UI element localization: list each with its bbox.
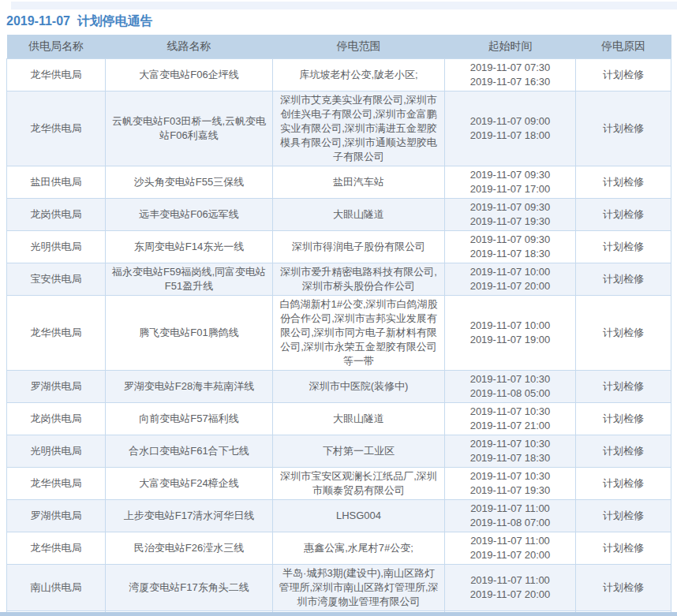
cell-time: 2019-11-07 07:30 2019-11-07 16:30 [445, 59, 576, 91]
cell-scope: 大眼山隧道 [273, 403, 445, 435]
cell-scope: 深圳市爱升精密电路科技有限公司,深圳市桥头股份合作公司 [273, 263, 445, 296]
cell-line: 民治变电站F26滢水三线 [106, 532, 273, 565]
start-time: 2019-11-07 11:00 [450, 502, 570, 516]
start-time: 2019-11-07 11:00 [450, 534, 570, 548]
bottom-divider [0, 612, 677, 616]
end-time: 2019-11-07 17:00 [450, 182, 570, 196]
cell-reason: 计划检修 [576, 371, 671, 403]
cell-scope: 惠鑫公寓,水尾村7#公变; [273, 532, 445, 565]
cell-bureau: 龙华供电局 [7, 59, 106, 91]
end-time: 2019-11-07 18:00 [450, 129, 570, 143]
table-row: 龙岗供电局 向前变电站F57福利线 大眼山隧道 2019-11-07 10:30… [7, 403, 671, 435]
table-row: 宝安供电局 福永变电站F59福岗线,同富变电站F51盈升线 深圳市爱升精密电路科… [7, 263, 671, 296]
column-header-line: 线路名称 [106, 35, 273, 59]
cell-time: 2019-11-07 09:00 2019-11-07 18:00 [445, 91, 576, 166]
end-time: 2019-11-07 16:30 [450, 75, 570, 89]
table-row: 龙华供电局 云帆变电站F03田桥一线,云帆变电站F06利嘉线 深圳市艾克美实业有… [7, 91, 671, 166]
cell-line: 腾飞变电站F01腾鸽线 [106, 296, 273, 371]
cell-reason: 计划检修 [576, 59, 671, 91]
cell-scope: 白鸽湖新村1#公变,深圳市白鸽湖股份合作公司,深圳市吉邦实业发展有限公司,深圳市… [273, 296, 445, 371]
cell-bureau: 龙华供电局 [7, 296, 106, 371]
cell-time: 2019-11-07 09:30 2019-11-07 18:30 [445, 231, 576, 263]
cell-bureau: 光明供电局 [7, 435, 106, 468]
outage-table: 供电局名称 线路名称 停电范围 起始时间 停电原因 龙华供电局 大富变电站F06… [6, 35, 671, 616]
cell-time: 2019-11-07 11:00 2019-11-08 07:00 [445, 500, 576, 532]
end-time: 2019-11-07 18:30 [450, 247, 570, 261]
table-body: 龙华供电局 大富变电站F06企坪线 库坑坡老村公变,陂老小区; 2019-11-… [7, 59, 671, 616]
start-time: 2019-11-07 10:30 [450, 405, 570, 419]
cell-reason: 计划检修 [576, 263, 671, 296]
end-time: 2019-11-08 05:00 [450, 386, 570, 401]
header-row: 供电局名称 线路名称 停电范围 起始时间 停电原因 [7, 35, 671, 59]
cell-bureau: 龙华供电局 [7, 468, 106, 500]
end-time: 2019-11-07 19:30 [450, 483, 570, 498]
cell-bureau: 龙岗供电局 [7, 403, 106, 435]
start-time: 2019-11-07 10:30 [450, 437, 570, 451]
cell-bureau: 龙华供电局 [7, 532, 106, 565]
cell-time: 2019-11-07 10:30 2019-11-08 05:00 [445, 371, 576, 403]
cell-line: 大富变电站F24樟企线 [106, 468, 273, 500]
cell-reason: 计划检修 [576, 435, 671, 468]
cell-time: 2019-11-07 10:30 2019-11-07 18:30 [445, 435, 576, 468]
cell-scope: 半岛·城邦3期(建设中),南山区路灯管理所,深圳市南山区路灯管理所,深圳市湾厦物… [273, 565, 445, 611]
cell-time: 2019-11-07 10:30 2019-11-07 19:30 [445, 468, 576, 500]
table-row: 龙华供电局 大富变电站F24樟企线 深圳市宝安区观澜长江纸品厂,深圳市顺泰贸易有… [7, 468, 671, 500]
cell-line: 罗湖变电站F28海丰苑南洋线 [106, 371, 273, 403]
cell-scope: 深圳市艾克美实业有限公司,深圳市创佳兴电子有限公司,深圳市金富鹏实业有限公司,深… [273, 91, 445, 166]
table-row: 龙华供电局 腾飞变电站F01腾鸽线 白鸽湖新村1#公变,深圳市白鸽湖股份合作公司… [7, 296, 671, 371]
column-header-reason: 停电原因 [576, 35, 671, 59]
column-header-scope: 停电范围 [273, 35, 445, 59]
cell-bureau: 龙华供电局 [7, 91, 106, 166]
cell-bureau: 龙岗供电局 [7, 199, 106, 231]
end-time: 2019-11-07 19:30 [450, 215, 570, 229]
start-time: 2019-11-07 09:30 [450, 233, 570, 247]
cell-reason: 计划检修 [576, 231, 671, 263]
cell-reason: 计划检修 [576, 296, 671, 371]
start-time: 2019-11-07 09:00 [450, 114, 570, 129]
end-time: 2019-11-07 18:30 [450, 451, 570, 465]
table-row: 龙岗供电局 远丰变电站F06远军线 大眼山隧道 2019-11-07 09:30… [7, 199, 671, 231]
cell-scope: 下村第一工业区 [273, 435, 445, 468]
cell-line: 远丰变电站F06远军线 [106, 199, 273, 231]
cell-time: 2019-11-07 10:30 2019-11-07 21:00 [445, 403, 576, 435]
cell-reason: 计划检修 [576, 500, 671, 532]
column-header-bureau: 供电局名称 [7, 35, 106, 59]
cell-reason: 计划检修 [576, 166, 671, 199]
start-time: 2019-11-07 10:30 [450, 469, 570, 483]
cell-time: 2019-11-07 11:00 2019-11-07 20:00 [445, 532, 576, 565]
cell-time: 2019-11-07 10:00 2019-11-07 19:00 [445, 296, 576, 371]
start-time: 2019-11-07 11:00 [450, 573, 570, 588]
end-time: 2019-11-07 19:00 [450, 333, 570, 347]
end-time: 2019-11-08 07:00 [450, 516, 570, 530]
table-row: 龙华供电局 民治变电站F26滢水三线 惠鑫公寓,水尾村7#公变; 2019-11… [7, 532, 671, 565]
cell-scope: LHSG004 [273, 500, 445, 532]
cell-scope: 深圳市得润电子股份有限公司 [273, 231, 445, 263]
cell-line: 福永变电站F59福岗线,同富变电站F51盈升线 [106, 263, 273, 296]
cell-time: 2019-11-07 09:30 2019-11-07 19:30 [445, 199, 576, 231]
cell-reason: 计划检修 [576, 468, 671, 500]
table-row: 罗湖供电局 罗湖变电站F28海丰苑南洋线 深圳市中医院(装修中) 2019-11… [7, 371, 671, 403]
cell-reason: 计划检修 [576, 565, 671, 611]
end-time: 2019-11-07 21:00 [450, 419, 570, 433]
cell-reason: 计划检修 [576, 403, 671, 435]
cell-bureau: 宝安供电局 [7, 263, 106, 296]
cell-scope: 深圳市宝安区观澜长江纸品厂,深圳市顺泰贸易有限公司 [273, 468, 445, 500]
cell-line: 沙头角变电站F55三保线 [106, 166, 273, 199]
table-row: 南山供电局 湾厦变电站F17东角头二线 半岛·城邦3期(建设中),南山区路灯管理… [7, 565, 671, 611]
cell-line: 向前变电站F57福利线 [106, 403, 273, 435]
end-time: 2019-11-07 20:00 [450, 548, 570, 562]
cell-line: 湾厦变电站F17东角头二线 [106, 565, 273, 611]
page-title: 2019-11-07 计划停电通告 [6, 13, 677, 29]
column-header-time: 起始时间 [445, 35, 576, 59]
cell-reason: 计划检修 [576, 199, 671, 231]
cell-scope: 盐田汽车站 [273, 166, 445, 199]
cell-line: 上步变电站F17清水河华日线 [106, 500, 273, 532]
start-time: 2019-11-07 09:30 [450, 168, 570, 182]
cell-bureau: 罗湖供电局 [7, 500, 106, 532]
cell-bureau: 罗湖供电局 [7, 371, 106, 403]
cell-reason: 计划检修 [576, 91, 671, 166]
start-time: 2019-11-07 10:30 [450, 372, 570, 386]
table-row: 光明供电局 东周变电站F14东光一线 深圳市得润电子股份有限公司 2019-11… [7, 231, 671, 263]
start-time: 2019-11-07 07:30 [450, 61, 570, 75]
cell-scope: 库坑坡老村公变,陂老小区; [273, 59, 445, 91]
